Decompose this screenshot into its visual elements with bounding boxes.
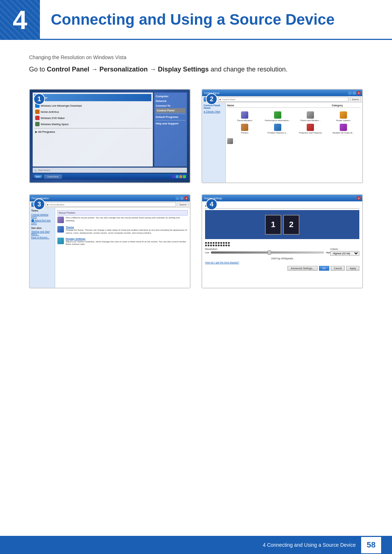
start-button: Start [34,175,42,178]
instruction-path: Control Panel → Personalization → Displa… [47,66,209,73]
cp-icon-problem-reports: Problem Reports a... [268,132,287,134]
right-item-control-panel: Control Panel [156,108,185,113]
menu-item-1: Windows Live Messenger Download [41,104,82,107]
monitor-number-1: 1 [265,215,281,235]
display-settings-title: Display Settings [66,238,188,240]
person-tasks-label: Tasks [31,209,53,212]
close-button-3: ✕ [184,196,188,200]
cp-extra-icon: ... [234,140,236,142]
step-4-container: 4 Display Settings ✕ Monitor 1 2 [201,194,363,288]
step-2-screenshot: Control Panel _ □ ✕ ◀ ▶ ▶ Control Panel … [202,90,362,182]
search-placeholder: Start Search [38,169,50,171]
person-ease-link: Ease of Access... [31,236,53,239]
colors-select[interactable]: Highest (32 bit) [330,251,359,256]
person-address: ▶ Personalization [47,203,65,206]
steps-grid: 1 User Windows Live Messenger Download [29,89,363,288]
instruction-prefix: Go to [29,66,45,73]
maximize-button-3: □ [180,196,184,200]
close-button-4: ✕ [357,196,360,200]
cp-icon-phone: Phone and Modem... [300,119,320,122]
step-2-badge: 2 [206,93,217,105]
step-1-badge: 1 [33,93,45,105]
step-4-screenshot: Display Settings ✕ Monitor 1 2 [202,195,362,288]
address-label: ▶ Control Panel [220,98,235,100]
ok-button[interactable]: OK [319,266,329,271]
monitor-label: Monitor [205,204,359,209]
advanced-button[interactable]: Advanced Settings... [287,266,317,271]
all-programs-label: All Programs [38,130,55,134]
colors-label: Colors: [330,248,359,250]
section-label: Changing the Resolution on Windows Vista [29,54,363,60]
page-number: 58 [361,537,381,553]
person-taskbar-link: Taskbar and Start Menu... [31,230,53,235]
maximize-button: □ [352,91,356,95]
resolution-high: High [326,251,330,254]
page-header: 4 Connecting and Using a Source Device [0,0,392,40]
footer-text: 4 Connecting and Using a Source Device [263,542,356,548]
right-item-default: Default Programs [156,115,185,119]
resolution-low: Low [205,251,209,254]
step-3-screenshot: Personalization _ □ ✕ ◀ ▶ ▶ Personalizat… [30,195,190,288]
chapter-title-block: Connecting and Using a Source Device [40,0,392,40]
page-footer: 4 Connecting and Using a Source Device 5… [0,536,392,554]
col-name: Name [227,104,332,107]
person-mouse-pointers-header: Mouse Pointers [57,210,188,216]
step-1-screenshot: User Windows Live Messenger Download Nor… [30,90,190,182]
right-item-connect: Connect To [156,103,185,108]
person-sidebar-dpi: 🔵 Adjust font size (DPI) [31,219,53,225]
display-settings-desc: Adjust your monitor resolution, which ch… [66,241,188,246]
cp-icon-printers: Printers [241,132,249,134]
menu-item-4: Windows Meeting Space [41,123,69,126]
step-1-container: 1 User Windows Live Messenger Download [29,89,191,183]
pixels-text: #### by ####pixels [205,257,359,260]
right-item-computer: Computer [156,94,185,99]
best-display-link[interactable]: How do I get the best display? [205,261,359,264]
cp-sidebar-home: Control Panel Home [204,104,224,109]
chapter-title: Connecting and Using a Source Device [51,11,335,28]
search-box: Search [350,97,361,102]
search-box-3: Search [177,202,188,207]
cancel-button[interactable]: Cancel [331,266,345,271]
cp-icon-realtek: Realtek HD Audio M... [332,132,354,134]
theme-desc: Change the theme. Themes can change a wi… [66,229,188,235]
cp-icon-programs: Programs and Features [299,132,322,134]
cp-icon-performance: Performance information... [265,119,290,122]
content-section: Changing the Resolution on Windows Vista… [0,54,392,288]
minimize-button-3: _ [176,196,179,200]
see-also-label: See also [31,227,53,229]
right-item-help: Help and Support [156,121,185,126]
step-2-container: 2 Control Panel _ □ ✕ ◀ ▶ ▶ Control Pane… [201,89,363,183]
instruction-text: Go to Control Panel → Personalization → … [29,65,363,74]
step-3-badge: 3 [33,198,45,210]
menu-item-2: Norton AntiVirus [41,111,59,113]
apply-button[interactable]: Apply [346,266,359,271]
theme-title: Theme [66,226,188,229]
monitor-number-2: 2 [283,215,299,235]
menu-item-3: Windows DVD Maker [41,117,65,119]
person-sidebar-icons: Change desktop icons [31,213,53,218]
instruction-suffix: and change the resolution. [211,66,287,73]
cp-icon-power: Power Options [336,119,350,122]
resolution-label: Resolution: [205,248,330,250]
chapter-number: 4 [13,5,27,35]
cp-icon-personalization: Personalization [237,119,252,122]
step-3-container: 3 Personalization _ □ ✕ ◀ ▶ ▶ Personaliz… [29,194,191,288]
right-item-network: Network [156,99,185,103]
mouse-pointer-desc: Pick a different mouse pointer. You can … [66,217,188,222]
col-category: Category [332,104,361,107]
step-4-badge: 4 [206,198,217,210]
cp-sidebar-classic: ● Classic View [204,110,224,113]
chapter-number-block: 4 [0,0,40,40]
taskbar-item: Control Panel [44,175,62,179]
close-button: ✕ [357,91,360,95]
minimize-button: _ [348,91,352,95]
